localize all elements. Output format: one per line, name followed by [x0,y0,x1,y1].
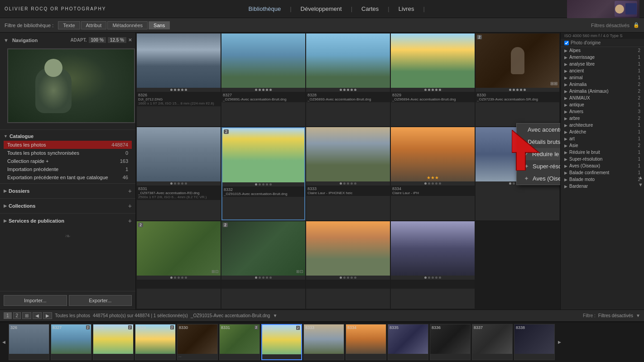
right-item-ardeche[interactable]: ▶Ardèche 1 [561,129,644,135]
nav-developpement[interactable]: Développement [301,5,342,12]
filter-tab-attribut[interactable]: Attribut [81,21,107,29]
dossiers-header[interactable]: ▶ Dossiers + [4,186,132,196]
import-button[interactable]: Importer... [4,295,67,306]
photo-cell-8334[interactable]: ★★★ 8334 Claire Laur - iPH [391,127,475,220]
context-item-super-resolution[interactable]: ✦ Super-résolution [517,160,560,172]
zoom-100[interactable]: 100 % [89,37,106,43]
zoom-12[interactable]: 12.5 % [108,37,126,43]
photo-cell-8327[interactable]: 8327 _OZ96891-Avec accentuation-Bruit.dn… [221,33,305,126]
photo-cell-monkey2[interactable]: 2 ⊞⊡ [221,221,305,309]
details-label: Détails bruts [528,138,560,145]
right-item-analyse[interactable]: ▶analyse libre 1 [561,61,644,67]
chevron-down-icon[interactable]: ▼ [273,313,277,318]
dossiers-add[interactable]: + [128,187,132,195]
filter-tab-sans[interactable]: Sans [149,21,170,29]
right-item-aves[interactable]: ▶Aves (Oiseaux) 1 [561,162,644,169]
right-item-animal[interactable]: ▶animal 1 [561,74,644,81]
photo-cell-corridor2[interactable] [391,221,475,309]
right-item-alpes[interactable]: ▶Alpes 2 [561,47,644,54]
nav-livres[interactable]: Livres [399,5,414,12]
right-item-antique[interactable]: ▶antique 1 [561,101,644,108]
catalogue-section: ▼ Catalogue Toutes les photos 448874 Tou… [0,130,135,183]
catalogue-item-import[interactable]: Importation précédente 1 [4,165,132,173]
right-item-bardenar[interactable]: ▶Bardenar [561,183,644,190]
photo-img-8328 [306,33,390,88]
right-item-asie[interactable]: ▶Asie 2 [561,142,644,149]
film-thumb-8336[interactable]: 8336 [430,324,471,360]
film-thumb-8335[interactable]: 8335 [388,324,428,360]
right-item-anvers[interactable]: ▶Anvers 3 [561,108,644,115]
context-item-accentuation[interactable]: Avec accentuation [517,124,560,136]
film-thumb-8330[interactable]: 8330 ··· [177,324,218,360]
film-thumb-8334[interactable]: 8334 [346,324,386,360]
film-thumb-8332[interactable]: 8332 2 [261,324,302,360]
film-thumb-8337[interactable]: 8337 [472,324,513,360]
view-btn-2[interactable]: 2 [13,312,21,319]
filmstrip-next[interactable]: ▶ [558,340,561,344]
lock-icon[interactable]: 🔒 [633,22,639,28]
photo-cell-8333[interactable]: 8333 Claire Laur - IPHONEX heic [306,127,390,220]
photo-cell-8328[interactable]: 8328 _OZ96893-Avec accentuation-Bruit.dn… [306,33,390,126]
right-item-amerrissage[interactable]: ▶Amerrissage 1 [561,54,644,61]
photo-cell-8331[interactable]: 8331 _OZ97387-Avec accentuation-RD.dng 2… [137,127,221,220]
film-thumb-8327[interactable]: 8327 2 [51,324,91,360]
right-item-arbre[interactable]: ▶arbre 2 [561,115,644,122]
right-item-architecture[interactable]: ▶architecture 1 [561,122,644,129]
all-photos-count: 448874 [111,142,128,148]
export-button[interactable]: Exporter... [69,295,132,306]
next-btn[interactable]: ▶ [43,312,52,319]
context-item-reduire-bruit[interactable]: ✓ Réduire le bruit [517,148,560,160]
photo-cell-8326[interactable]: 8326 DJI_0712.DNG 1600 x 1 f/7 2/8, ISO … [137,33,221,126]
filmstrip-nav-left: ◀ [2,340,5,344]
right-item-reduire[interactable]: ▶Réduire le bruit 1 [561,149,644,156]
film-thumb-8328[interactable]: 8328 2 [93,324,134,360]
filter-tab-metadonnees[interactable]: Métadonnées [107,21,148,29]
film-thumb-326[interactable]: 326 [9,324,49,360]
film-thumb-8333[interactable]: 8333 [303,324,344,360]
photo-cell-8330[interactable]: 2 ⊞⊞ 8330 _OZ97239-Avec accentuation-SR.… [476,33,559,126]
photo-cell-8332[interactable]: 2 8332 _OZ91015-Avec accentuation-Bruit.… [221,127,305,220]
film-thumb-8338[interactable]: 8338 [514,324,555,360]
context-menu: Avec accentuation Détails bruts ✓ Réduir… [516,123,560,185]
context-item-aves[interactable]: ✦ Aves (Oiseaux) [517,172,560,185]
catalogue-item-quick[interactable]: Collection rapide + 163 [4,157,132,165]
catalogue-header[interactable]: ▼ Catalogue [4,132,132,141]
nav-bibliotheque[interactable]: Bibliothèque [249,5,281,12]
origin-checkbox[interactable] [564,41,569,45]
right-scroll-arrows: ▲ ▼ [638,175,643,187]
collections-header[interactable]: ▶ Collections + [4,200,132,211]
filter-lock-icon[interactable]: ▼ [636,313,640,318]
film-thumb-8329[interactable]: 8329 2 [135,324,176,360]
nav-sep2: | [351,5,352,12]
photo-badge-8332: 2 [224,129,229,134]
right-item-balade-conf[interactable]: ▶Balade confinement 1 [561,169,644,176]
nav-cartes[interactable]: Cartes [361,5,379,12]
prev-btn[interactable]: ◀ [33,312,42,319]
filter-label: Filtre de bibliothèque : [5,23,53,28]
publish-services-header[interactable]: ▶ Services de publication + [4,215,132,226]
photo-stars-8334: ★★★ [427,175,439,180]
photo-cell-8329[interactable]: 8329 _OZ96894-Avec accentuation-Bruit.dn… [391,33,475,126]
photo-cell-castle2[interactable] [306,221,390,309]
right-item-animalia-animaux[interactable]: ▶Animalia (Animaux) 2 [561,88,644,95]
catalogue-item-synced[interactable]: Toutes les photos synchronisées 0 [4,149,132,157]
photo-name-8326: 8326 [138,93,219,97]
film-thumb-8331[interactable]: 8331 2 [219,324,260,360]
catalogue-item-export[interactable]: Exportation précédente en tant que catal… [4,173,132,181]
filmstrip-prev[interactable]: ◀ [2,340,5,344]
right-item-animaux[interactable]: ▶ANIMAUX 2 [561,95,644,101]
view-btn-1[interactable]: 1 [4,312,12,319]
context-item-details-bruts[interactable]: Détails bruts [517,136,560,148]
right-item-super-res[interactable]: ▶Super-résolution 1 [561,156,644,162]
collections-add[interactable]: + [128,202,132,210]
right-item-balade-moto[interactable]: ▶Balade moto 2 [561,176,644,183]
close-nav[interactable]: ✕ [128,38,132,43]
catalogue-item-all-photos[interactable]: Toutes les photos 448874 [4,141,132,149]
right-item-ancient[interactable]: ▶ancient 1 [561,67,644,74]
photo-cell-leopard[interactable]: 2 ⊞⊡ [137,221,221,309]
filter-tab-texte[interactable]: Texte [58,21,80,29]
publish-add[interactable]: + [128,217,132,224]
right-item-animalia[interactable]: ▶Animalia 2 [561,81,644,88]
view-btn-grid[interactable]: ⊞ [22,312,31,319]
right-item-art[interactable]: ▶art 1 [561,135,644,142]
